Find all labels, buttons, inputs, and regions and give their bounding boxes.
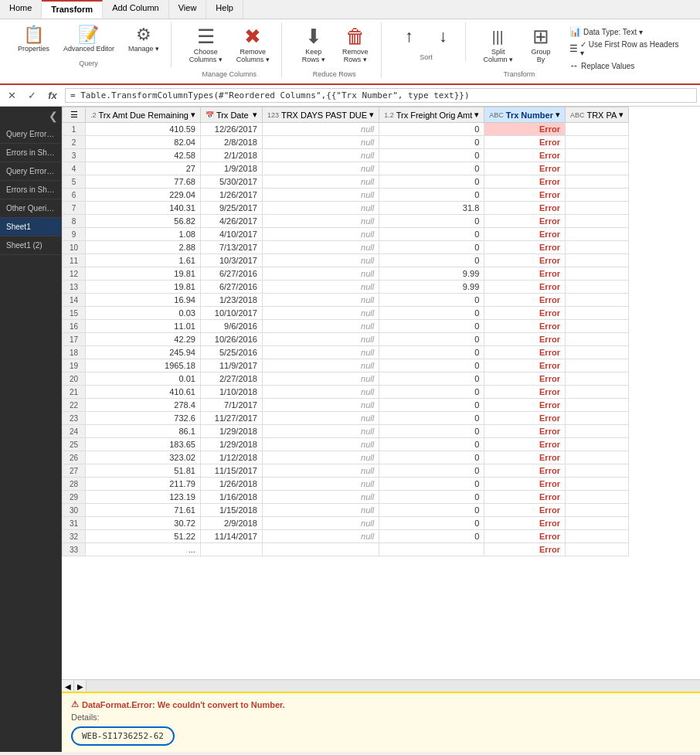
tab-view[interactable]: View <box>169 0 207 19</box>
table-row: 1319.816/27/2016null9.99Error <box>63 281 629 294</box>
error-detail: Details: <box>71 712 691 722</box>
col-header-freight[interactable]: 1.2 Trx Freight Orig Amt ▾ <box>379 107 484 123</box>
table-container: ☰ .2 Trx Amt Due Remaining ▾ <box>62 107 700 679</box>
replace-values-icon: ↔ <box>569 60 579 71</box>
sort-desc-button[interactable]: ↓ <box>428 22 459 50</box>
sort-asc-button[interactable]: ↑ <box>394 22 425 50</box>
replace-values-button[interactable]: ↔ Replace Values <box>566 60 688 72</box>
table-row: 1219.816/27/2016null9.99Error <box>63 267 629 281</box>
col-header-amt[interactable]: .2 Trx Amt Due Remaining ▾ <box>86 107 201 123</box>
table-row: 191965.1811/9/2017null0Error <box>63 359 629 372</box>
replace-values-label: Replace Values <box>581 62 634 70</box>
sidebar-item-errors-sheet1-2[interactable]: Errors in Sheet1... <box>0 181 61 199</box>
col-header-trxnum[interactable]: ABC Trx Number ▾ <box>484 107 566 123</box>
tab-home[interactable]: Home <box>0 0 42 19</box>
use-first-row-label: ✓ Use First Row as Headers ▾ <box>580 40 685 57</box>
split-column-button[interactable]: ⫼ SplitColumn ▾ <box>478 22 519 67</box>
remove-rows-icon: 🗑 <box>345 26 365 46</box>
error-title: ⚠ DataFormat.Error: We couldn't convert … <box>71 699 691 709</box>
filter-icon-trxnum[interactable]: ▾ <box>556 110 560 120</box>
data-type-icon: 📊 <box>569 26 581 37</box>
table-row: 28211.791/26/2018null0Error <box>63 478 629 491</box>
col-type-days: 123 <box>267 111 279 119</box>
error-bar: ⚠ DataFormat.Error: We couldn't convert … <box>62 692 700 752</box>
advanced-editor-button[interactable]: 📝 Advanced Editor <box>58 22 120 56</box>
scroll-track[interactable] <box>87 680 700 692</box>
use-first-row-button[interactable]: ☰ ✓ Use First Row as Headers ▾ <box>566 39 688 58</box>
ribbon-group-sort: ↑ ↓ Sort <box>388 22 466 61</box>
cancel-formula-button[interactable]: ✕ <box>3 87 20 104</box>
sidebar-item-sheet1[interactable]: Sheet1 <box>0 218 61 236</box>
col-header-days[interactable]: 123 TRX DAYS PAST DUE ▾ <box>262 107 379 123</box>
col-type-trxpa: ABC <box>570 111 585 119</box>
remove-rows-button[interactable]: 🗑 RemoveRows ▾ <box>336 22 375 67</box>
toolbar-tabs: Home Transform Add Column View Help <box>0 0 700 19</box>
scroll-left-button[interactable]: ◀ <box>62 680 74 692</box>
choose-columns-button[interactable]: ☰ ChooseColumns ▾ <box>184 22 228 67</box>
col-header-date[interactable]: 📅 Trx Date ▾ <box>200 107 262 123</box>
transform-right-options: 📊 Data Type: Text ▾ ☰ ✓ Use First Row as… <box>566 22 688 75</box>
table-row: 282.042/8/2018null0Error <box>63 136 629 149</box>
table-row: 200.012/27/2018null0Error <box>63 372 629 386</box>
transform-label: Transform <box>503 67 535 78</box>
data-table: ☰ .2 Trx Amt Due Remaining ▾ <box>62 107 629 556</box>
table-row: 577.685/30/2017null0Error <box>63 175 629 189</box>
filter-icon-amt[interactable]: ▾ <box>191 110 195 120</box>
table-row: 342.582/1/2018null0Error <box>63 149 629 162</box>
table-row: 7140.319/25/2017null31.8Error <box>63 202 629 215</box>
data-type-dropdown[interactable]: 📊 Data Type: Text ▾ <box>566 26 688 38</box>
table-row: 26323.021/12/2018null0Error <box>63 451 629 464</box>
error-value-box: WEB-SI1736252-62 <box>71 726 175 746</box>
error-icon: ⚠ <box>71 699 79 709</box>
table-row: 3130.722/9/2018null0Error <box>63 517 629 530</box>
properties-button[interactable]: 📋 Properties <box>12 22 55 56</box>
table-row: 29123.191/16/2018null0Error <box>63 491 629 504</box>
table-row: 3251.2211/14/2017null0Error <box>63 530 629 543</box>
error-value-text: WEB-SI1736252-62 <box>82 731 164 741</box>
filter-icon-freight[interactable]: ▾ <box>474 110 479 120</box>
formula-input[interactable] <box>65 88 697 103</box>
col-icon-rownum: ☰ <box>70 110 78 119</box>
table-row: 102.887/13/2017null0Error <box>63 241 629 254</box>
keep-rows-icon: ⬇ <box>305 26 322 46</box>
manage-button[interactable]: ⚙ Manage ▾ <box>123 22 165 56</box>
manage-icon: ⚙ <box>136 26 151 43</box>
advanced-editor-icon: 📝 <box>78 26 99 43</box>
ribbon-group-query: 📋 Properties 📝 Advanced Editor ⚙ Manage … <box>6 22 172 67</box>
query-group-label: Query <box>79 56 98 67</box>
scroll-right-button[interactable]: ▶ <box>74 680 87 692</box>
sidebar-item-sheet1-2[interactable]: Sheet1 (2) <box>0 236 61 255</box>
table-row: 18245.945/25/2016null0Error <box>63 346 629 359</box>
col-header-trxpa[interactable]: ABC TRX PA ▾ <box>565 107 628 123</box>
error-title-text: DataFormat.Error: We couldn't convert to… <box>82 700 285 709</box>
collapse-icon[interactable]: ❮ <box>49 110 58 122</box>
tab-add-column[interactable]: Add Column <box>103 0 169 19</box>
table-row: 2486.11/29/2018null0Error <box>63 425 629 438</box>
tab-help[interactable]: Help <box>206 0 243 19</box>
keep-rows-button[interactable]: ⬇ KeepRows ▾ <box>294 22 333 67</box>
sidebar-item-query-errors-1[interactable]: Query Errors - 4/... <box>0 125 61 144</box>
tab-transform[interactable]: Transform <box>42 0 103 19</box>
col-type-amt: .2 <box>90 111 97 119</box>
sidebar-item-other-queries[interactable]: Other Queries [2] <box>0 199 61 218</box>
sidebar-item-errors-sheet1[interactable]: Errors in Sheet1... <box>0 144 61 162</box>
filter-icon-days[interactable]: ▾ <box>369 110 374 120</box>
table-row: 2751.8111/15/2017null0Error <box>63 464 629 478</box>
remove-columns-button[interactable]: ✖ RemoveColumns ▾ <box>231 22 275 67</box>
scroll-row: ◀ ▶ <box>62 679 700 692</box>
app-container: Home Transform Add Column View Help 📋 Pr… <box>0 0 700 752</box>
data-type-label: Data Type: Text ▾ <box>583 28 643 36</box>
split-column-icon: ⫼ <box>488 26 508 46</box>
table-row: 111.6110/3/2017null0Error <box>63 254 629 267</box>
table-row: 150.0310/10/2017null0Error <box>63 307 629 320</box>
group-by-button[interactable]: ⊞ GroupBy <box>522 22 560 67</box>
filter-icon-date[interactable]: ▾ <box>253 110 257 120</box>
col-header-rownum[interactable]: ☰ <box>63 107 86 123</box>
filter-icon-trxpa[interactable]: ▾ <box>619 110 624 120</box>
table-row: 1410.5912/26/2017null0Error <box>63 123 629 136</box>
choose-columns-icon: ☰ <box>197 26 215 46</box>
confirm-formula-button[interactable]: ✓ <box>23 87 40 104</box>
sidebar-item-query-errors-2[interactable]: Query Errors - 4/... <box>0 162 61 181</box>
table-row: 856.824/26/2017null0Error <box>63 215 629 228</box>
table-row: 3071.611/15/2018null0Error <box>63 504 629 517</box>
